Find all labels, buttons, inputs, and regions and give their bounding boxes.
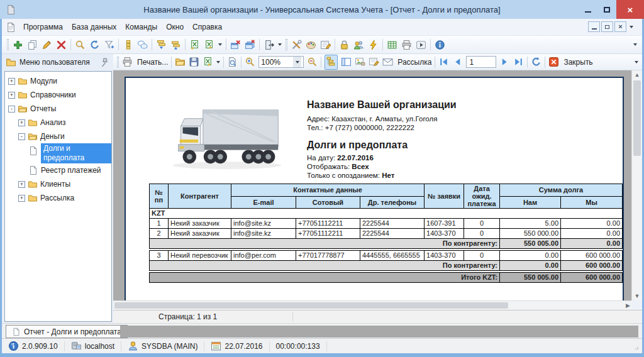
horizontal-scrollbar[interactable]: ▶ <box>113 300 631 310</box>
search-icon[interactable] <box>75 40 86 50</box>
settings-note-icon[interactable] <box>320 40 331 50</box>
exit-dropdown-icon[interactable] <box>278 43 282 46</box>
collapse-all-icon[interactable] <box>170 40 181 50</box>
thumbnails-panel-icon[interactable] <box>341 57 352 67</box>
zoom-select[interactable]: 100% <box>258 56 304 68</box>
refresh-icon[interactable] <box>89 40 100 50</box>
comments-icon[interactable] <box>137 40 148 50</box>
prev-page-icon[interactable] <box>452 57 463 67</box>
menu-spravka[interactable]: Справка <box>188 20 226 34</box>
edit-icon[interactable] <box>42 40 52 50</box>
last-page-icon[interactable] <box>513 57 524 67</box>
tree-item-dengi[interactable]: - Деньги <box>5 129 111 143</box>
scroll-up-icon[interactable]: ▲ <box>632 70 642 79</box>
tree-item-klienty[interactable]: + Клиенты <box>5 177 111 191</box>
edit-page-icon[interactable] <box>369 57 379 67</box>
print-icon[interactable] <box>401 40 412 50</box>
toolbar-grip-2[interactable] <box>286 39 287 50</box>
menubar-overflow-icon[interactable] <box>630 26 633 28</box>
info-icon[interactable] <box>435 40 445 50</box>
export-excel-icon[interactable] <box>203 57 213 67</box>
first-page-icon[interactable] <box>438 57 449 67</box>
toolbar-overflow-icon[interactable] <box>635 61 638 63</box>
mdi-restore-button[interactable] <box>601 21 613 32</box>
title-bar: Название Вашей организации - Универсальн… <box>0 0 644 19</box>
toolbar-grip[interactable] <box>117 57 119 68</box>
close-all-windows-icon[interactable] <box>245 40 255 50</box>
collapse-toggle[interactable]: - <box>8 106 15 113</box>
resize-grip[interactable]: ⣠ <box>635 343 640 349</box>
preview-icon[interactable] <box>227 57 238 67</box>
expand-toggle[interactable]: + <box>18 195 25 202</box>
watermark-icon[interactable] <box>355 57 365 67</box>
main-toolbar <box>2 36 642 54</box>
expand-all-icon[interactable] <box>156 40 167 50</box>
mailing-button[interactable]: Рассылка <box>397 58 431 67</box>
print-button[interactable]: Печать... <box>137 58 168 67</box>
appearance-icon[interactable] <box>306 40 316 50</box>
mdi-close-button[interactable]: × <box>614 21 626 32</box>
zoom-in-icon[interactable] <box>245 57 255 67</box>
collapse-toggle[interactable]: - <box>18 133 25 140</box>
tree-item-reestr-platezhey[interactable]: Реестр платежей <box>5 163 111 177</box>
print-icon[interactable] <box>122 57 133 67</box>
power-icon[interactable] <box>368 40 379 50</box>
scroll-down-icon[interactable]: ▼ <box>632 292 642 300</box>
page-number-input[interactable]: 1 <box>466 56 496 68</box>
lock-icon[interactable] <box>339 40 350 50</box>
mdi-minimize-button[interactable] <box>588 21 600 32</box>
report-preview-area: Название Вашей организации Адрес: Казахс… <box>113 70 642 300</box>
close-report-icon[interactable] <box>548 57 559 67</box>
vertical-scrollbar[interactable]: ▲ ▼ <box>631 70 642 300</box>
copy-icon[interactable] <box>27 40 38 50</box>
users-icon[interactable] <box>353 40 364 50</box>
debts-table: № пп Контрагент Контактные данные № заяв… <box>149 184 623 283</box>
maximize-button[interactable] <box>597 0 616 19</box>
tab-report-dolgi[interactable]: Отчет - Долги и предоплата <box>6 325 128 338</box>
save-report-icon[interactable] <box>189 57 199 67</box>
refresh-report-icon[interactable] <box>531 57 541 67</box>
menu-komandy[interactable]: Команды <box>121 20 162 34</box>
exit-icon[interactable] <box>264 40 274 50</box>
close-window-icon[interactable] <box>230 40 241 50</box>
tree-item-moduli[interactable]: + Модули <box>5 74 111 88</box>
tree-item-analiz[interactable]: + Анализ <box>5 116 111 129</box>
zoom-out-icon[interactable] <box>307 57 318 67</box>
toolbar-grip[interactable] <box>7 39 9 50</box>
export-excel-icon[interactable] <box>204 40 214 50</box>
add-icon[interactable] <box>13 40 23 50</box>
tree-item-spravochniki[interactable]: + Справочники <box>5 88 111 102</box>
next-page-icon[interactable] <box>499 57 510 67</box>
expand-toggle[interactable]: + <box>18 181 25 188</box>
mail-icon[interactable] <box>382 57 393 67</box>
tree-item-rassylka[interactable]: + Рассылка <box>5 191 111 205</box>
menu-baza-dannykh[interactable]: База данных <box>67 20 121 34</box>
scroll-right-icon[interactable]: ▶ <box>626 301 630 310</box>
outline-icon <box>326 56 336 67</box>
grid-icon[interactable] <box>387 40 397 50</box>
menu-programma[interactable]: Программа <box>19 20 67 34</box>
toolbar-overflow-icon[interactable] <box>633 43 637 46</box>
run-icon[interactable] <box>416 40 426 50</box>
pin-icon[interactable] <box>99 57 109 68</box>
import-excel-icon[interactable] <box>189 40 200 50</box>
minimize-button[interactable] <box>579 0 597 19</box>
tree-item-otchety[interactable]: - Отчеты <box>5 102 111 116</box>
vertical-scroll-thumb[interactable] <box>633 80 641 156</box>
column-search-icon[interactable] <box>123 40 133 50</box>
close-report-button[interactable]: Закрыть <box>564 58 592 67</box>
filter-icon[interactable] <box>104 40 114 50</box>
open-report-icon[interactable] <box>175 57 186 67</box>
close-button[interactable]: × <box>616 0 644 19</box>
expand-toggle[interactable]: + <box>8 78 15 85</box>
expand-toggle[interactable]: + <box>8 92 15 99</box>
tools-icon[interactable] <box>291 40 302 50</box>
export-dropdown-icon[interactable] <box>216 61 220 63</box>
delete-icon[interactable] <box>56 40 67 50</box>
expand-toggle[interactable]: + <box>18 119 25 126</box>
horizontal-scroll-thumb[interactable] <box>114 302 508 309</box>
tree-item-dolgi-i-predoplata[interactable]: Долги и предоплата <box>5 143 111 163</box>
menu-okno[interactable]: Окно <box>162 20 188 34</box>
export-dropdown-icon[interactable] <box>218 43 222 46</box>
outline-toggle-button[interactable] <box>325 55 338 70</box>
